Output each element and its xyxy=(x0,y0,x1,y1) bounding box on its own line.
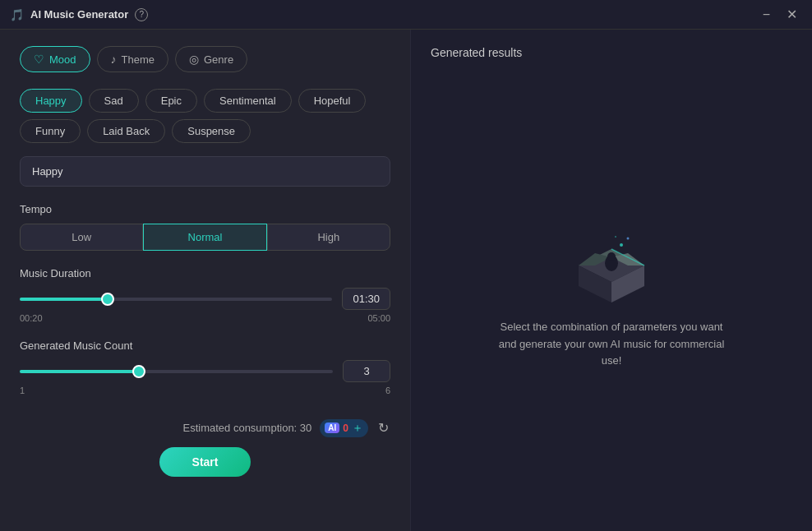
minimize-button[interactable]: − xyxy=(758,5,775,24)
left-panel: ♡ Mood ♪ Theme ◎ Genre Happy Sad Epic Se… xyxy=(0,30,411,531)
music-duration-fill xyxy=(20,298,108,301)
theme-tab-icon: ♪ xyxy=(111,53,117,66)
music-duration-section: Music Duration 01:30 00:20 05:00 xyxy=(20,267,390,323)
results-title: Generated results xyxy=(431,46,792,59)
music-count-fill xyxy=(20,370,139,373)
music-duration-labels: 00:20 05:00 xyxy=(20,313,390,323)
music-count-label: Generated Music Count xyxy=(20,339,390,352)
music-count-min: 1 xyxy=(20,386,25,395)
consumption-text: Estimated consumption: 30 xyxy=(183,422,312,434)
music-count-value: 3 xyxy=(343,360,390,382)
mood-sentimental[interactable]: Sentimental xyxy=(204,89,292,113)
music-count-thumb[interactable] xyxy=(132,365,145,378)
mood-epic[interactable]: Epic xyxy=(145,89,197,113)
tab-theme[interactable]: ♪ Theme xyxy=(97,46,168,72)
tempo-label: Tempo xyxy=(20,203,390,215)
results-description: Select the combination of parameters you… xyxy=(496,319,727,370)
app-title: AI Music Generator xyxy=(30,8,128,21)
main-layout: ♡ Mood ♪ Theme ◎ Genre Happy Sad Epic Se… xyxy=(0,30,812,531)
tab-bar: ♡ Mood ♪ Theme ◎ Genre xyxy=(20,46,390,72)
close-button[interactable]: ✕ xyxy=(782,5,802,24)
svg-point-11 xyxy=(615,236,616,238)
help-button[interactable]: ? xyxy=(135,8,148,21)
mood-happy[interactable]: Happy xyxy=(20,89,82,113)
music-count-track xyxy=(20,370,333,373)
empty-state-illustration xyxy=(562,220,661,302)
svg-point-10 xyxy=(627,237,630,239)
tempo-high[interactable]: High xyxy=(267,224,390,251)
ai-plus-button[interactable]: ＋ xyxy=(352,421,363,436)
svg-point-8 xyxy=(607,252,616,261)
titlebar: 🎵 AI Music Generator ? − ✕ xyxy=(0,0,812,30)
music-duration-max: 05:00 xyxy=(367,313,390,323)
app-icon: 🎵 xyxy=(10,8,24,21)
mood-text-input[interactable] xyxy=(20,156,390,187)
ai-label: AI xyxy=(325,422,339,433)
start-button[interactable]: Start xyxy=(159,447,251,477)
tempo-group: Low Normal High xyxy=(20,224,390,251)
tempo-normal[interactable]: Normal xyxy=(143,224,266,251)
music-count-slider-container[interactable] xyxy=(20,363,333,380)
music-duration-min: 00:20 xyxy=(20,313,43,323)
refresh-button[interactable]: ↻ xyxy=(376,418,390,437)
music-count-labels: 1 6 xyxy=(20,386,390,395)
music-duration-label: Music Duration xyxy=(20,267,390,279)
ai-badge: AI 0 ＋ xyxy=(320,419,368,437)
right-panel: Generated results xyxy=(411,30,812,531)
music-duration-thumb[interactable] xyxy=(101,293,114,306)
mood-sad[interactable]: Sad xyxy=(89,89,139,113)
mood-grid: Happy Sad Epic Sentimental Hopeful Funny… xyxy=(20,89,390,143)
tempo-low[interactable]: Low xyxy=(20,224,143,251)
results-empty-state: Select the combination of parameters you… xyxy=(431,76,792,515)
mood-suspense[interactable]: Suspense xyxy=(172,119,251,143)
bottom-controls: Estimated consumption: 30 AI 0 ＋ ↻ xyxy=(20,412,390,437)
ai-count: 0 xyxy=(343,422,348,434)
mood-funny[interactable]: Funny xyxy=(20,119,81,143)
mood-tab-icon: ♡ xyxy=(34,53,44,66)
mood-hopeful[interactable]: Hopeful xyxy=(298,89,367,113)
svg-point-9 xyxy=(620,243,623,247)
music-duration-value: 01:30 xyxy=(342,288,390,310)
music-count-row: 3 xyxy=(20,360,390,382)
music-duration-row: 01:30 xyxy=(20,288,390,310)
music-count-section: Generated Music Count 3 1 6 xyxy=(20,339,390,395)
tab-mood[interactable]: ♡ Mood xyxy=(20,46,90,72)
music-count-max: 6 xyxy=(385,386,390,395)
music-duration-track xyxy=(20,298,332,301)
tab-genre[interactable]: ◎ Genre xyxy=(175,46,247,72)
music-duration-slider-container[interactable] xyxy=(20,291,332,307)
mood-laid-back[interactable]: Laid Back xyxy=(87,119,165,143)
genre-tab-icon: ◎ xyxy=(189,53,199,66)
